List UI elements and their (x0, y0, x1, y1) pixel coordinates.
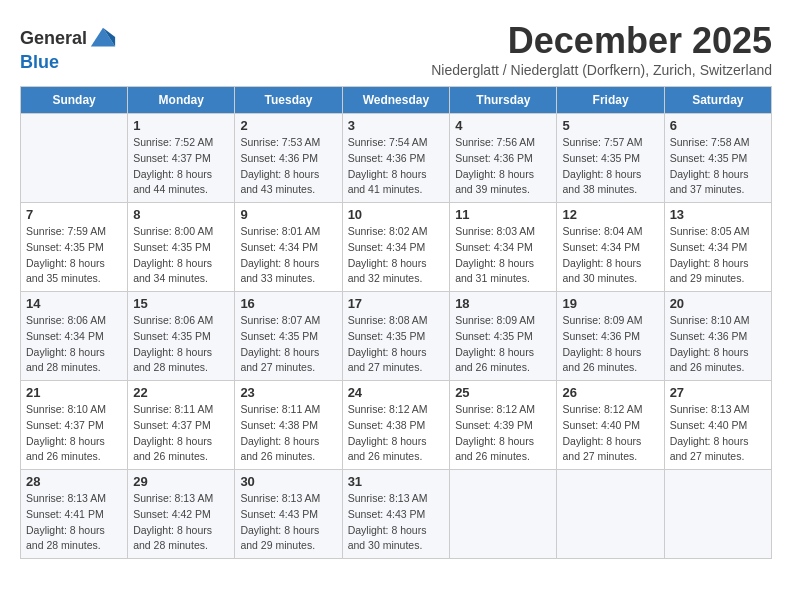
header-wednesday: Wednesday (342, 87, 450, 114)
day-number: 22 (133, 385, 229, 400)
sunset-text: Sunset: 4:35 PM (26, 241, 104, 253)
daylight-text: Daylight: 8 hours and 27 minutes. (240, 346, 319, 374)
daylight-text: Daylight: 8 hours and 43 minutes. (240, 168, 319, 196)
sunset-text: Sunset: 4:37 PM (133, 152, 211, 164)
calendar-cell: 18 Sunrise: 8:09 AM Sunset: 4:35 PM Dayl… (450, 292, 557, 381)
sunrise-text: Sunrise: 7:59 AM (26, 225, 106, 237)
sunset-text: Sunset: 4:35 PM (240, 330, 318, 342)
calendar-cell: 20 Sunrise: 8:10 AM Sunset: 4:36 PM Dayl… (664, 292, 771, 381)
day-number: 29 (133, 474, 229, 489)
sunrise-text: Sunrise: 8:01 AM (240, 225, 320, 237)
sunrise-text: Sunrise: 8:05 AM (670, 225, 750, 237)
calendar-cell: 31 Sunrise: 8:13 AM Sunset: 4:43 PM Dayl… (342, 470, 450, 559)
daylight-text: Daylight: 8 hours and 27 minutes. (670, 435, 749, 463)
sunrise-text: Sunrise: 8:10 AM (670, 314, 750, 326)
day-number: 5 (562, 118, 658, 133)
sunset-text: Sunset: 4:43 PM (240, 508, 318, 520)
sunset-text: Sunset: 4:36 PM (348, 152, 426, 164)
day-number: 18 (455, 296, 551, 311)
calendar-cell: 7 Sunrise: 7:59 AM Sunset: 4:35 PM Dayli… (21, 203, 128, 292)
sunset-text: Sunset: 4:40 PM (670, 419, 748, 431)
header-sunday: Sunday (21, 87, 128, 114)
sunrise-text: Sunrise: 8:03 AM (455, 225, 535, 237)
day-number: 10 (348, 207, 445, 222)
daylight-text: Daylight: 8 hours and 27 minutes. (562, 435, 641, 463)
sunset-text: Sunset: 4:35 PM (348, 330, 426, 342)
calendar-cell: 25 Sunrise: 8:12 AM Sunset: 4:39 PM Dayl… (450, 381, 557, 470)
week-row-4: 21 Sunrise: 8:10 AM Sunset: 4:37 PM Dayl… (21, 381, 772, 470)
sunrise-text: Sunrise: 8:13 AM (240, 492, 320, 504)
daylight-text: Daylight: 8 hours and 27 minutes. (348, 346, 427, 374)
daylight-text: Daylight: 8 hours and 31 minutes. (455, 257, 534, 285)
logo: General Blue (20, 24, 117, 73)
calendar-cell: 10 Sunrise: 8:02 AM Sunset: 4:34 PM Dayl… (342, 203, 450, 292)
header-thursday: Thursday (450, 87, 557, 114)
weekday-header-row: Sunday Monday Tuesday Wednesday Thursday… (21, 87, 772, 114)
daylight-text: Daylight: 8 hours and 26 minutes. (26, 435, 105, 463)
sunrise-text: Sunrise: 8:00 AM (133, 225, 213, 237)
daylight-text: Daylight: 8 hours and 35 minutes. (26, 257, 105, 285)
day-number: 28 (26, 474, 122, 489)
day-number: 11 (455, 207, 551, 222)
sunrise-text: Sunrise: 8:10 AM (26, 403, 106, 415)
calendar-table: Sunday Monday Tuesday Wednesday Thursday… (20, 86, 772, 559)
day-number: 19 (562, 296, 658, 311)
daylight-text: Daylight: 8 hours and 44 minutes. (133, 168, 212, 196)
day-number: 31 (348, 474, 445, 489)
day-number: 14 (26, 296, 122, 311)
daylight-text: Daylight: 8 hours and 26 minutes. (562, 346, 641, 374)
day-number: 25 (455, 385, 551, 400)
calendar-cell: 16 Sunrise: 8:07 AM Sunset: 4:35 PM Dayl… (235, 292, 342, 381)
logo-general: General (20, 28, 87, 49)
sunrise-text: Sunrise: 8:09 AM (562, 314, 642, 326)
daylight-text: Daylight: 8 hours and 32 minutes. (348, 257, 427, 285)
daylight-text: Daylight: 8 hours and 28 minutes. (26, 346, 105, 374)
daylight-text: Daylight: 8 hours and 38 minutes. (562, 168, 641, 196)
day-number: 26 (562, 385, 658, 400)
sunrise-text: Sunrise: 8:13 AM (670, 403, 750, 415)
daylight-text: Daylight: 8 hours and 37 minutes. (670, 168, 749, 196)
daylight-text: Daylight: 8 hours and 28 minutes. (133, 346, 212, 374)
calendar-cell: 11 Sunrise: 8:03 AM Sunset: 4:34 PM Dayl… (450, 203, 557, 292)
sunset-text: Sunset: 4:35 PM (562, 152, 640, 164)
sunrise-text: Sunrise: 7:54 AM (348, 136, 428, 148)
sunrise-text: Sunrise: 8:07 AM (240, 314, 320, 326)
day-number: 20 (670, 296, 766, 311)
daylight-text: Daylight: 8 hours and 30 minutes. (562, 257, 641, 285)
day-number: 24 (348, 385, 445, 400)
sunset-text: Sunset: 4:34 PM (26, 330, 104, 342)
header-tuesday: Tuesday (235, 87, 342, 114)
day-number: 23 (240, 385, 336, 400)
daylight-text: Daylight: 8 hours and 39 minutes. (455, 168, 534, 196)
calendar-cell: 19 Sunrise: 8:09 AM Sunset: 4:36 PM Dayl… (557, 292, 664, 381)
daylight-text: Daylight: 8 hours and 26 minutes. (455, 346, 534, 374)
calendar-cell: 6 Sunrise: 7:58 AM Sunset: 4:35 PM Dayli… (664, 114, 771, 203)
sunset-text: Sunset: 4:35 PM (133, 241, 211, 253)
daylight-text: Daylight: 8 hours and 28 minutes. (133, 524, 212, 552)
calendar-cell (557, 470, 664, 559)
sunrise-text: Sunrise: 8:11 AM (240, 403, 320, 415)
sunset-text: Sunset: 4:36 PM (240, 152, 318, 164)
logo-blue: Blue (20, 52, 59, 72)
day-number: 2 (240, 118, 336, 133)
sunset-text: Sunset: 4:37 PM (133, 419, 211, 431)
sunrise-text: Sunrise: 8:13 AM (26, 492, 106, 504)
title-block: December 2025 Niederglatt / Niederglatt … (431, 20, 772, 78)
sunset-text: Sunset: 4:34 PM (562, 241, 640, 253)
sunset-text: Sunset: 4:36 PM (455, 152, 533, 164)
sunrise-text: Sunrise: 8:12 AM (455, 403, 535, 415)
daylight-text: Daylight: 8 hours and 29 minutes. (670, 257, 749, 285)
calendar-cell (450, 470, 557, 559)
calendar-cell: 1 Sunrise: 7:52 AM Sunset: 4:37 PM Dayli… (128, 114, 235, 203)
day-number: 16 (240, 296, 336, 311)
calendar-cell: 17 Sunrise: 8:08 AM Sunset: 4:35 PM Dayl… (342, 292, 450, 381)
daylight-text: Daylight: 8 hours and 34 minutes. (133, 257, 212, 285)
sunrise-text: Sunrise: 8:11 AM (133, 403, 213, 415)
header-saturday: Saturday (664, 87, 771, 114)
sunset-text: Sunset: 4:34 PM (455, 241, 533, 253)
sunrise-text: Sunrise: 7:57 AM (562, 136, 642, 148)
day-number: 1 (133, 118, 229, 133)
calendar-cell: 26 Sunrise: 8:12 AM Sunset: 4:40 PM Dayl… (557, 381, 664, 470)
sunrise-text: Sunrise: 8:09 AM (455, 314, 535, 326)
week-row-2: 7 Sunrise: 7:59 AM Sunset: 4:35 PM Dayli… (21, 203, 772, 292)
